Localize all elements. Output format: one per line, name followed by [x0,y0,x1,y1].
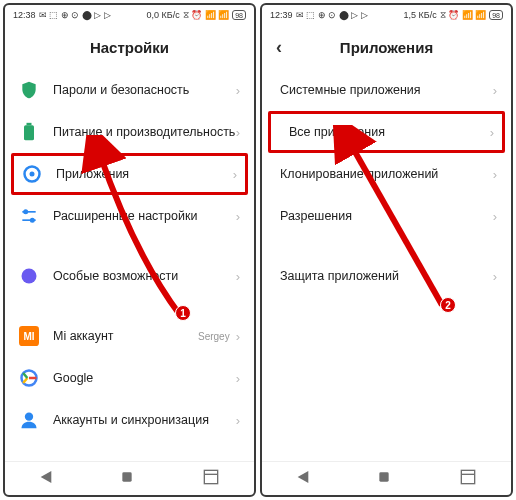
row-battery-performance[interactable]: Питание и производительность › [5,111,254,153]
row-label: Особые возможности [53,269,236,283]
chevron-right-icon: › [493,209,497,224]
row-label: Питание и производительность [53,125,236,139]
nav-home-icon[interactable] [119,469,135,489]
svg-rect-0 [24,125,34,140]
page-title: Приложения [340,39,433,56]
header: Настройки [5,25,254,69]
svg-rect-1 [27,123,32,126]
chevron-right-icon: › [493,83,497,98]
row-label: Google [53,371,236,385]
shield-icon [19,80,39,100]
row-google[interactable]: Google › [5,357,254,399]
row-label: Пароли и безопасность [53,83,236,97]
gear-icon [22,164,42,184]
apps-list: Системные приложения › Все приложения › … [262,69,511,461]
nav-bar [5,461,254,495]
row-label: Mi аккаунт [53,329,198,343]
row-label: Клонирование приложений [280,167,493,181]
user-icon [19,410,39,430]
chevron-right-icon: › [236,269,240,284]
svg-point-3 [30,172,35,177]
chevron-right-icon: › [490,125,494,140]
row-label: Защита приложений [280,269,493,283]
row-label: Разрешения [280,209,493,223]
row-sublabel: Sergey [198,331,230,342]
phone-left: 12:38 ✉ ⬚ ⊕ ⊙ ⬤ ▷ ▷ 0,0 КБ/с ⧖ ⏰ 📶 📶 98 … [3,3,256,497]
svg-text:MI: MI [23,331,34,342]
nav-home-icon[interactable] [376,469,392,489]
svg-rect-5 [22,211,35,213]
row-accounts-sync[interactable]: Аккаунты и синхронизация › [5,399,254,441]
nav-recents-icon[interactable] [458,469,478,489]
row-all-apps[interactable]: Все приложения › [268,111,505,153]
header: ‹ Приложения [262,25,511,69]
chevron-right-icon: › [493,167,497,182]
chevron-right-icon: › [236,371,240,386]
svg-point-8 [22,269,37,284]
row-label: Системные приложения [280,83,493,97]
svg-point-12 [25,413,33,421]
row-label: Все приложения [289,125,490,139]
settings-list: Пароли и безопасность › Питание и произв… [5,69,254,461]
svg-rect-16 [380,472,389,481]
status-time: 12:38 [13,10,36,20]
row-label: Приложения [56,167,233,181]
nav-back-icon[interactable] [295,469,311,489]
statusbar: 12:38 ✉ ⬚ ⊕ ⊙ ⬤ ▷ ▷ 0,0 КБ/с ⧖ ⏰ 📶 📶 98 [5,5,254,25]
row-passwords-security[interactable]: Пароли и безопасность › [5,69,254,111]
annotation-badge-1: 1 [175,305,191,321]
row-mi-account[interactable]: MI Mi аккаунт Sergey › [5,315,254,357]
nav-back-icon[interactable] [38,469,54,489]
chevron-right-icon: › [236,329,240,344]
svg-rect-14 [204,470,217,483]
blob-icon [19,266,39,286]
mi-icon: MI [19,326,39,346]
chevron-right-icon: › [233,167,237,182]
row-advanced-settings[interactable]: Расширенные настройки › [5,195,254,237]
status-net: 0,0 КБ/с [147,10,180,20]
svg-rect-13 [123,472,132,481]
nav-bar [262,461,511,495]
row-accessibility[interactable]: Особые возможности › [5,255,254,297]
annotation-badge-2: 2 [440,297,456,313]
back-button[interactable]: ‹ [272,33,286,62]
row-permissions[interactable]: Разрешения › [262,195,511,237]
chevron-right-icon: › [493,269,497,284]
row-services-feedback[interactable]: Услуги и обратная связь › [5,459,254,461]
svg-rect-17 [461,470,474,483]
row-apps[interactable]: Приложения › [11,153,248,195]
chevron-right-icon: › [236,83,240,98]
row-app-lock[interactable]: Защита приложений › [262,255,511,297]
phone-right: 12:39 ✉ ⬚ ⊕ ⊙ ⬤ ▷ ▷ 1,5 КБ/с ⧖ ⏰ 📶 📶 98 … [260,3,513,497]
row-system-apps[interactable]: Системные приложения › [262,69,511,111]
row-label: Аккаунты и синхронизация [53,413,236,427]
row-label: Расширенные настройки [53,209,236,223]
row-dual-apps[interactable]: Клонирование приложений › [262,153,511,195]
battery-icon: 98 [232,10,246,20]
status-time: 12:39 [270,10,293,20]
sliders-icon [19,206,39,226]
battery-icon: 98 [489,10,503,20]
chevron-right-icon: › [236,125,240,140]
statusbar: 12:39 ✉ ⬚ ⊕ ⊙ ⬤ ▷ ▷ 1,5 КБ/с ⧖ ⏰ 📶 📶 98 [262,5,511,25]
battery-icon [19,122,39,142]
chevron-right-icon: › [236,209,240,224]
chevron-right-icon: › [236,413,240,428]
google-icon [19,368,39,388]
page-title: Настройки [90,39,169,56]
svg-rect-7 [22,219,35,221]
status-net: 1,5 КБ/с [404,10,437,20]
nav-recents-icon[interactable] [201,469,221,489]
